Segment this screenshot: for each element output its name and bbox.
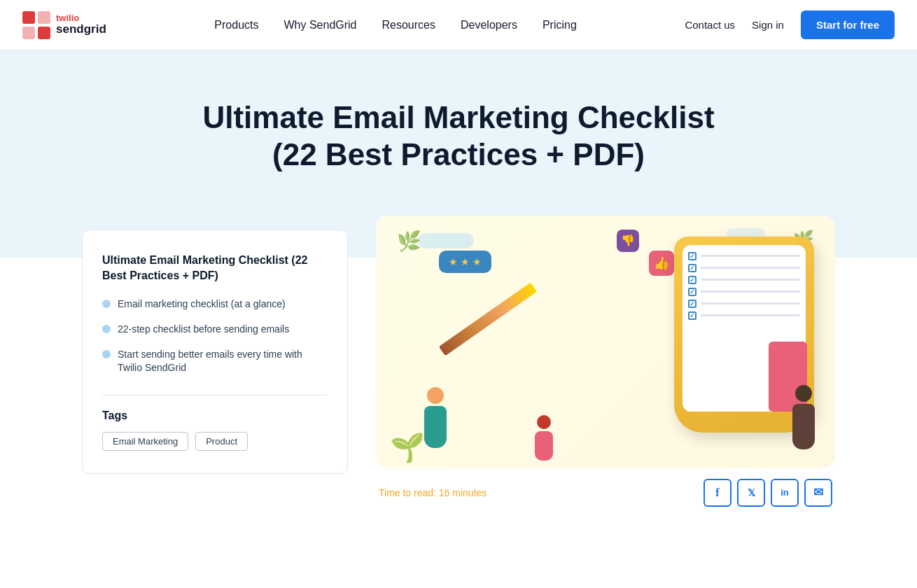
dislike-bubble: 👎 bbox=[617, 230, 639, 252]
checkbox-icon: ✓ bbox=[688, 264, 696, 272]
checkbox-icon: ✓ bbox=[688, 312, 696, 320]
illustration: 🌿 🌿 ★ ★ ★ 👍 👎 ✓ bbox=[376, 216, 835, 468]
person-small-head bbox=[537, 415, 551, 429]
star-1-icon: ★ bbox=[449, 256, 458, 267]
checklist-line: ✓ bbox=[688, 252, 800, 260]
hero-title: Ultimate Email Marketing Checklist (22 B… bbox=[192, 99, 724, 174]
nav-products[interactable]: Products bbox=[214, 19, 258, 31]
facebook-share-button[interactable]: f bbox=[704, 479, 732, 507]
nav-pricing[interactable]: Pricing bbox=[542, 19, 577, 31]
nav-developers[interactable]: Developers bbox=[461, 19, 517, 31]
checkbox-icon: ✓ bbox=[688, 276, 696, 284]
nav-why-sendgrid[interactable]: Why SendGrid bbox=[284, 19, 356, 31]
toc-title: Ultimate Email Marketing Checklist (22 B… bbox=[102, 253, 328, 284]
svg-rect-0 bbox=[22, 11, 35, 24]
start-for-free-button[interactable]: Start for free bbox=[801, 10, 895, 39]
person-right-figure bbox=[786, 385, 821, 462]
divider bbox=[102, 395, 328, 396]
checklist-line: ✓ bbox=[688, 300, 800, 308]
bullet-dot-icon bbox=[102, 350, 111, 358]
bullet-text-1: Email marketing checklist (at a glance) bbox=[118, 298, 286, 312]
line-fill bbox=[701, 255, 800, 257]
list-item: Start sending better emails every time w… bbox=[102, 348, 328, 375]
checklist-line: ✓ bbox=[688, 276, 800, 284]
list-item: Email marketing checklist (at a glance) bbox=[102, 298, 328, 312]
checkbox-icon: ✓ bbox=[688, 252, 696, 260]
person-right-body bbox=[792, 404, 815, 449]
like-bubble: 👍 bbox=[649, 251, 674, 276]
bottom-row: Time to read: 16 minutes f 𝕏 in ✉ bbox=[376, 479, 835, 507]
person-small-figure bbox=[530, 415, 558, 464]
svg-rect-3 bbox=[38, 27, 50, 39]
email-share-button[interactable]: ✉ bbox=[804, 479, 832, 507]
star-3-icon: ★ bbox=[472, 256, 482, 267]
pencil-icon bbox=[439, 282, 537, 356]
rating-bubble: ★ ★ ★ bbox=[439, 251, 491, 273]
bullet-dot-icon bbox=[102, 325, 111, 333]
tag-product[interactable]: Product bbox=[195, 432, 248, 451]
list-item: 22-step checklist before sending emails bbox=[102, 323, 328, 337]
nav-links: Products Why SendGrid Resources Develope… bbox=[214, 19, 577, 31]
logo[interactable]: twilio sendgrid bbox=[22, 11, 106, 39]
line-fill bbox=[701, 290, 800, 293]
twitter-x-share-button[interactable]: 𝕏 bbox=[737, 479, 765, 507]
cloud-1-icon bbox=[418, 233, 474, 248]
plant-bottom-icon: 🌱 bbox=[390, 431, 425, 464]
tags-label: Tags bbox=[102, 410, 328, 422]
read-time: Time to read: 16 minutes bbox=[379, 487, 486, 498]
plant-left-icon: 🌿 bbox=[397, 230, 421, 253]
svg-rect-2 bbox=[22, 27, 35, 39]
checkbox-icon: ✓ bbox=[688, 300, 696, 308]
svg-rect-1 bbox=[38, 11, 50, 24]
person-body bbox=[424, 406, 447, 448]
checklist-line: ✓ bbox=[688, 264, 800, 272]
tags-row: Email Marketing Product bbox=[102, 432, 328, 451]
person-right-head bbox=[795, 385, 812, 402]
person-head bbox=[427, 387, 444, 404]
bullet-dot-icon bbox=[102, 300, 111, 308]
social-icons: f 𝕏 in ✉ bbox=[704, 479, 832, 507]
linkedin-share-button[interactable]: in bbox=[771, 479, 799, 507]
logo-icon bbox=[22, 11, 50, 39]
nav-resources[interactable]: Resources bbox=[382, 19, 435, 31]
line-fill bbox=[701, 267, 800, 269]
contact-link[interactable]: Contact us bbox=[685, 19, 735, 31]
person-small-body bbox=[535, 431, 553, 461]
checkbox-icon: ✓ bbox=[688, 288, 696, 296]
toc-card: Ultimate Email Marketing Checklist (22 B… bbox=[82, 230, 348, 474]
navbar: twilio sendgrid Products Why SendGrid Re… bbox=[0, 0, 917, 50]
signin-link[interactable]: Sign in bbox=[752, 19, 784, 31]
content-wrapper: Ultimate Email Marketing Checklist (22 B… bbox=[59, 216, 858, 549]
bullet-text-2: 22-step checklist before sending emails bbox=[118, 323, 289, 337]
twilio-label: twilio bbox=[56, 13, 106, 23]
nav-right: Contact us Sign in Start for free bbox=[685, 10, 895, 39]
line-fill bbox=[701, 302, 800, 304]
logo-text: twilio sendgrid bbox=[56, 13, 106, 36]
bullet-list: Email marketing checklist (at a glance) … bbox=[102, 298, 328, 374]
checklist-line: ✓ bbox=[688, 288, 800, 296]
line-fill bbox=[701, 279, 800, 281]
line-fill bbox=[701, 314, 800, 316]
tag-email-marketing[interactable]: Email Marketing bbox=[102, 432, 188, 451]
checklist-line: ✓ bbox=[688, 312, 800, 320]
star-2-icon: ★ bbox=[461, 256, 470, 267]
sendgrid-label: sendgrid bbox=[56, 23, 106, 36]
bullet-text-3: Start sending better emails every time w… bbox=[118, 348, 328, 375]
right-section: 🌿 🌿 ★ ★ ★ 👍 👎 ✓ bbox=[376, 216, 835, 507]
